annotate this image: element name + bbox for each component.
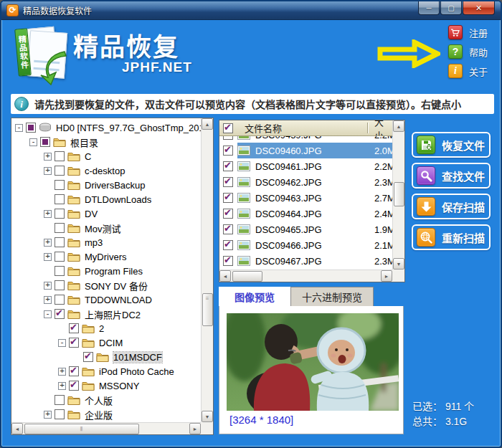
tree-item-label[interactable]: DCIM — [99, 338, 123, 348]
tree-item-label[interactable]: 上海照片DC2 — [85, 308, 141, 321]
preview-tab[interactable]: 图像预览 — [219, 287, 290, 306]
tree-item-label[interactable]: 个人版 — [85, 394, 113, 407]
file-checkbox[interactable] — [223, 256, 233, 266]
expand-toggle[interactable]: - — [15, 124, 23, 132]
tree-item-label[interactable]: 企业版 — [85, 408, 113, 421]
tree-item-label[interactable]: HD0 [NTFS_97.7G_GhostTmp_2013 — [56, 123, 201, 133]
file-row[interactable]: DSC09463.JPG 2.7M — [219, 190, 393, 206]
tree-item[interactable]: DriversBackup — [11, 178, 201, 192]
tree-checkbox[interactable] — [69, 323, 79, 333]
tree-checkbox[interactable] — [55, 237, 65, 247]
expand-toggle[interactable]: + — [58, 368, 66, 376]
tree-checkbox[interactable] — [69, 366, 79, 376]
file-checkbox[interactable] — [223, 240, 233, 250]
file-row[interactable]: DSC09462.JPG 2.3M — [219, 174, 393, 190]
file-name[interactable]: DSC09462.JPG — [255, 177, 322, 188]
file-name[interactable]: DSC09463.JPG — [255, 193, 322, 204]
tree-item[interactable]: Mov测试 — [11, 221, 201, 235]
tree-item-label[interactable]: MyDrivers — [85, 252, 127, 262]
file-row[interactable]: DSC09465.JPG 1.9M — [219, 221, 393, 237]
header-link[interactable]: 注册 — [448, 25, 488, 39]
file-row[interactable]: DSC09467.JPG 2.3M — [219, 253, 393, 269]
file-checkbox[interactable] — [223, 193, 233, 203]
tree-checkbox[interactable] — [55, 223, 65, 233]
scroll-right-button[interactable]: ► — [381, 270, 392, 282]
preview-tab[interactable]: 十六进制预览 — [290, 287, 374, 306]
tree-item-label[interactable]: DriversBackup — [85, 180, 146, 191]
tree-item-label[interactable]: c-desktop — [85, 166, 125, 176]
file-horizontal-scrollbar[interactable]: ◄ ► — [219, 270, 392, 282]
close-button[interactable]: ✕ — [463, 1, 495, 15]
scroll-down-button[interactable]: ▼ — [393, 258, 404, 270]
tree-checkbox[interactable] — [55, 309, 65, 319]
tree-checkbox[interactable] — [55, 252, 65, 262]
tree-item[interactable]: DTLDownLoads — [11, 192, 201, 206]
tree-item-label[interactable]: mp3 — [85, 237, 103, 248]
maximize-button[interactable]: ▢ — [440, 1, 462, 15]
file-checkbox[interactable] — [223, 161, 233, 171]
minimize-button[interactable]: ─ — [418, 1, 440, 15]
scroll-thumb[interactable]: ⦀ — [24, 424, 139, 434]
column-divider[interactable] — [367, 123, 368, 133]
file-row[interactable]: DSC09459.JPG 2.2M — [219, 136, 393, 143]
select-all-checkbox[interactable] — [223, 123, 233, 133]
expand-toggle[interactable]: + — [44, 239, 52, 247]
scroll-left-button[interactable]: ◄ — [11, 423, 23, 434]
file-row[interactable]: DSC09461.JPG 2.2M — [219, 158, 393, 174]
tree-checkbox[interactable] — [55, 395, 65, 405]
column-header-size[interactable]: 大小 — [374, 120, 392, 136]
tree-item[interactable]: + C — [11, 149, 201, 163]
tree-item-label[interactable]: Program Files — [85, 266, 143, 277]
tree-checkbox[interactable] — [69, 338, 79, 348]
tree-item-label[interactable]: DV — [85, 209, 98, 219]
file-vertical-scrollbar[interactable]: ▲ ▼ — [392, 120, 404, 270]
tree-item[interactable]: + 企业版 — [11, 407, 201, 421]
file-row[interactable]: DSC09466.JPG 2.1M — [219, 237, 393, 253]
tree-item-label[interactable]: DTLDownLoads — [85, 194, 151, 205]
tree-checkbox[interactable] — [55, 266, 65, 276]
tree-item[interactable]: + iPod Photo Cache — [11, 364, 201, 378]
tree-checkbox[interactable] — [40, 137, 50, 147]
scroll-up-button[interactable]: ▲ — [202, 118, 213, 130]
tree-checkbox[interactable] — [55, 194, 65, 204]
tree-vertical-scrollbar[interactable]: ▲ ≡ ▼ — [201, 118, 213, 422]
tree-item[interactable]: - 上海照片DC2 — [11, 307, 201, 321]
expand-toggle[interactable]: + — [44, 153, 52, 161]
tree-item-label[interactable]: 2 — [99, 323, 104, 334]
tree-checkbox[interactable] — [55, 295, 65, 305]
file-checkbox[interactable] — [223, 146, 233, 156]
tree-item[interactable]: + DV — [11, 206, 201, 221]
file-row[interactable]: DSC09464.JPG 2.4M — [219, 206, 393, 221]
action-button[interactable]: 查找文件 — [412, 163, 491, 189]
tree-checkbox[interactable] — [69, 381, 79, 391]
column-header-name[interactable]: 文件名称 — [245, 121, 282, 135]
file-name[interactable]: DSC09460.JPG — [255, 146, 322, 156]
tree-checkbox[interactable] — [55, 151, 65, 161]
tree-item[interactable]: + SONY DV 备份 — [11, 278, 201, 292]
scroll-up-button[interactable]: ▲ — [393, 120, 404, 132]
tree-item[interactable]: + TDDOWNLOAD — [11, 292, 201, 307]
tree-item[interactable]: + MSSONY — [11, 378, 201, 393]
action-button-label[interactable]: 恢复文件 — [442, 138, 485, 153]
file-checkbox[interactable] — [223, 177, 233, 187]
scroll-left-button[interactable]: ◄ — [219, 270, 231, 282]
tree-checkbox[interactable] — [55, 280, 65, 290]
file-name[interactable]: DSC09466.JPG — [255, 240, 322, 251]
tree-item[interactable]: 2 — [11, 321, 201, 335]
tree-item[interactable]: - HD0 [NTFS_97.7G_GhostTmp_2013 — [11, 120, 201, 135]
tree-checkbox[interactable] — [83, 352, 93, 362]
expand-toggle[interactable]: + — [44, 296, 52, 304]
tree-checkbox[interactable] — [26, 123, 36, 133]
file-name[interactable]: DSC09465.JPG — [255, 224, 322, 235]
expand-toggle[interactable]: + — [44, 167, 52, 175]
file-name[interactable]: DSC09467.JPG — [255, 256, 322, 267]
tree-item-label[interactable]: iPod Photo Cache — [99, 366, 174, 377]
tree-item-label[interactable]: C — [85, 151, 91, 162]
scroll-thumb[interactable] — [232, 271, 262, 282]
file-name[interactable]: DSC09461.JPG — [255, 161, 322, 172]
expand-toggle[interactable]: + — [58, 382, 66, 390]
action-button-label[interactable]: 保存扫描 — [442, 199, 485, 214]
file-list-header[interactable]: 文件名称 大小 — [219, 120, 393, 136]
tree-item-label[interactable]: TDDOWNLOAD — [85, 295, 152, 305]
action-button[interactable]: 重新扫描 — [412, 224, 491, 250]
